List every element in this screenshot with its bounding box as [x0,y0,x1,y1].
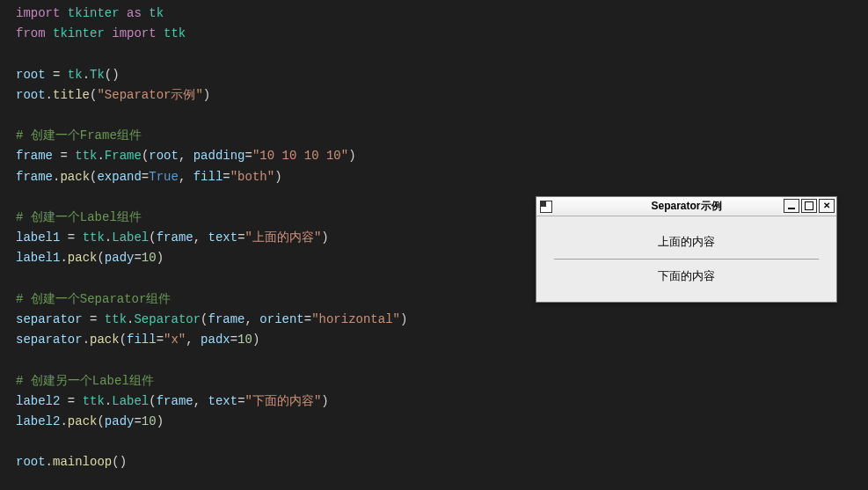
app-icon [540,201,552,213]
tkinter-window[interactable]: Separator示例 ✕ 上面的内容 下面的内容 [536,196,837,303]
code-line: import tkinter as tk [16,6,164,20]
code-line: label1 = ttk.Label(frame, text="上面的内容") [16,230,329,245]
code-line: # 创建一个Separator组件 [16,292,171,306]
code-line: # 创建另一个Label组件 [16,374,154,388]
titlebar[interactable]: Separator示例 ✕ [536,197,836,216]
code-line: root = tk.Tk() [16,68,120,82]
code-line: root.mainloop() [16,455,127,469]
code-line: separator.pack(fill="x", padx=10) [16,333,259,347]
code-line: separator = ttk.Separator(frame, orient=… [16,312,407,326]
window-controls: ✕ [784,199,835,213]
code-line: root.title("Separator示例") [16,88,210,102]
code-line: frame = ttk.Frame(root, padding="10 10 1… [16,149,356,163]
minimize-button[interactable] [784,199,799,213]
code-line: # 创建一个Frame组件 [16,128,142,143]
code-line: label1.pack(pady=10) [16,251,164,265]
code-line: frame.pack(expand=True, fill="both") [16,170,282,184]
window-body: 上面的内容 下面的内容 [536,216,836,302]
maximize-button[interactable] [801,199,817,213]
label-top: 上面的内容 [545,225,828,259]
code-line: label2 = ttk.Label(frame, text="下面的内容") [16,394,329,408]
code-line: # 创建一个Label组件 [16,210,142,224]
code-line: from tkinter import ttk [16,26,186,40]
label-bottom: 下面的内容 [545,260,828,293]
code-line: label2.pack(pady=10) [16,414,164,428]
close-button[interactable]: ✕ [819,199,835,213]
